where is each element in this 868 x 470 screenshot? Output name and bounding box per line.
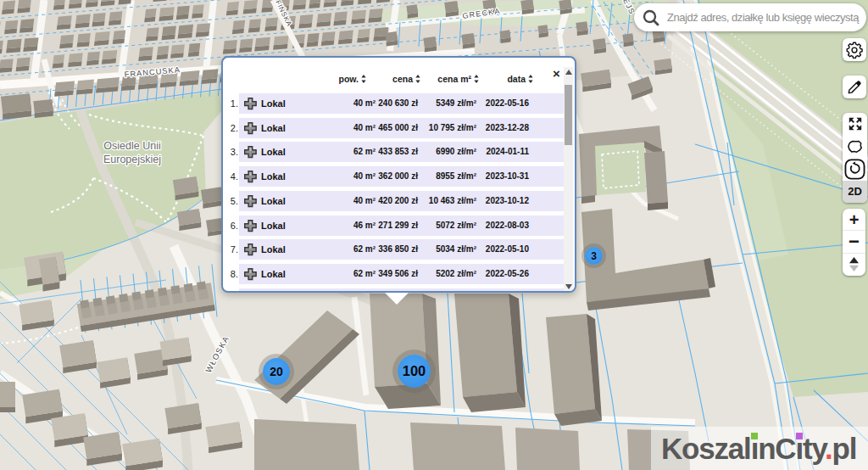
svg-text:Europejskiej: Europejskiej	[103, 154, 161, 165]
svg-text:Osiedle Unii: Osiedle Unii	[103, 140, 160, 152]
